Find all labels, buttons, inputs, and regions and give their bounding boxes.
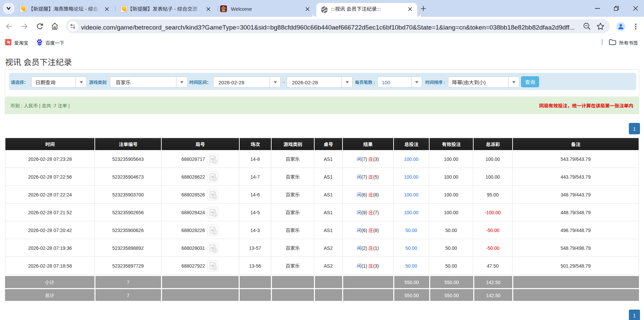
svg-text:淘: 淘 [6,39,10,45]
svg-text:du: du [38,42,41,45]
